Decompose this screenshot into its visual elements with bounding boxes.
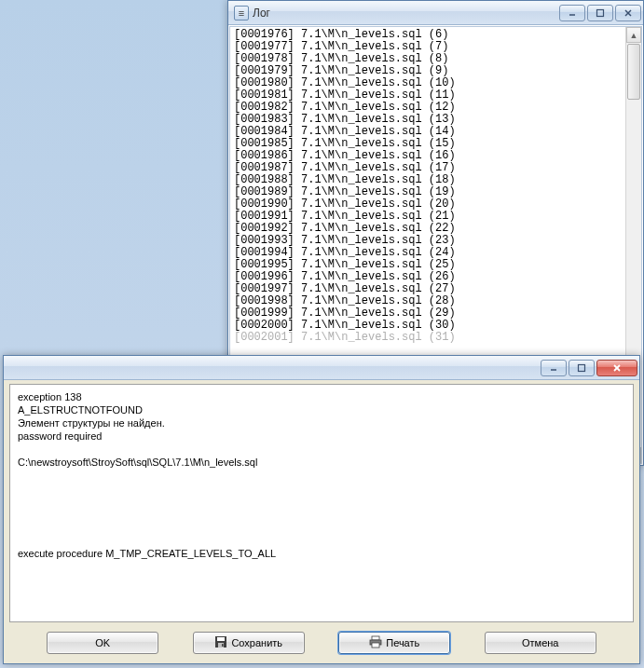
svg-rect-9 [217, 637, 225, 641]
save-button[interactable]: Сохранить [193, 632, 305, 654]
ok-button[interactable]: OK [47, 632, 158, 654]
save-icon [214, 635, 227, 650]
log-title: Лог [253, 7, 559, 20]
cancel-button-label: Отмена [522, 637, 558, 648]
save-button-label: Сохранить [231, 637, 282, 648]
svg-rect-12 [372, 636, 379, 640]
error-button-bar: OK Сохранить Печать Отмена [4, 628, 639, 658]
close-button[interactable] [615, 5, 641, 21]
ok-button-label: OK [95, 637, 110, 648]
svg-rect-1 [597, 9, 604, 16]
close-button[interactable] [596, 360, 637, 376]
print-button-label: Печать [386, 637, 419, 648]
minimize-button[interactable] [541, 360, 567, 376]
printer-icon [369, 635, 382, 650]
scroll-thumb[interactable] [627, 44, 640, 100]
maximize-button[interactable] [587, 5, 613, 21]
svg-rect-5 [579, 364, 585, 371]
minimize-button[interactable] [559, 5, 585, 21]
app-icon: ≡ [234, 6, 249, 20]
scroll-up-button[interactable]: ▲ [626, 27, 641, 43]
error-titlebar[interactable] [4, 356, 639, 380]
error-body-text[interactable]: exception 138 A_ELSTRUCTNOTFOUND Элемент… [9, 384, 634, 622]
print-button[interactable]: Печать [338, 632, 450, 654]
cancel-button[interactable]: Отмена [485, 632, 596, 654]
svg-rect-11 [222, 644, 224, 647]
error-window: exception 138 A_ELSTRUCTNOTFOUND Элемент… [3, 355, 640, 664]
svg-rect-14 [372, 643, 379, 648]
log-titlebar[interactable]: ≡ Лог [228, 1, 643, 25]
log-line-faded: [0002001] 7.1\M\n_levels.sql (31) [234, 332, 624, 344]
maximize-button[interactable] [569, 360, 595, 376]
